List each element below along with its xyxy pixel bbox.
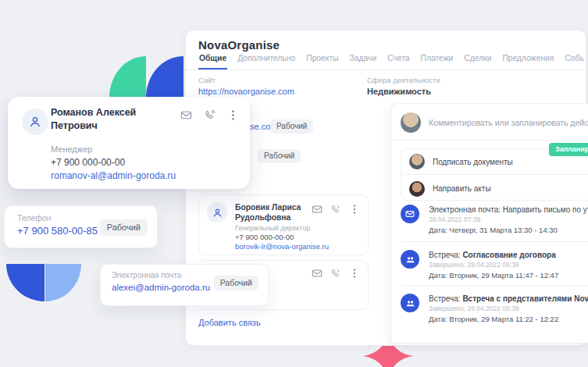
work-badge: Рабочий (258, 149, 301, 163)
site-label: Сайт (198, 76, 294, 84)
phone-label: Телефон (17, 213, 52, 223)
avatar (409, 154, 425, 169)
field-sphere: Сфера деятельности Недвижимость (367, 76, 440, 96)
person-icon (29, 116, 41, 128)
timeline-meta: Завершено: 29.04.2022 05:39 (429, 261, 519, 269)
person-phone: +7 900 000-00-00 (51, 157, 125, 168)
contact-card-borovik[interactable]: Боровик Лариса Рудольфовна Генеральный д… (198, 194, 369, 255)
sphere-value: Недвижимость (367, 87, 440, 96)
email-value-link[interactable]: alexei@admin-goroda.ru (112, 283, 210, 292)
tab-zadachi[interactable]: Задачи (349, 54, 378, 69)
email-field-card: Электронная почта alexei@admin-goroda.ru… (100, 264, 269, 306)
contact-role: Генеральный директор (235, 224, 311, 232)
tab-scheta[interactable]: Счета (387, 54, 410, 69)
contact-actions (311, 203, 360, 215)
avatar (207, 202, 227, 223)
field-site: Сайт https://novaorganise.com (198, 76, 294, 96)
tab-dopolnitelno[interactable]: Дополнительно (237, 54, 296, 69)
person-card: Романов Алексей Петрович Менеджер +7 900… (8, 97, 250, 189)
timeline-date: Дата: Четверг, 31 Марта 13:30 - 14:30 (429, 226, 558, 234)
person-name: Романов Алексей Петрович (51, 106, 176, 133)
contact-name: Боровик Лариса Рудольфовна (235, 202, 313, 223)
avatar (409, 181, 425, 197)
phone-icon[interactable] (330, 203, 341, 215)
person-actions (180, 109, 239, 121)
darkblue-quarter-shape (6, 264, 45, 301)
work-badge: Рабочий (100, 219, 148, 236)
timeline-date: Дата: Вторник, 29 Марта 11:47 - 12:47 (429, 271, 558, 280)
timeline-title: Встреча: Согласование договора (429, 251, 556, 259)
scheduled-badge: Запланировано (549, 143, 588, 156)
divider (401, 285, 588, 286)
person-email-link[interactable]: romanov-al@admin-goroda.ru (51, 170, 176, 181)
person-icon (212, 208, 223, 218)
scheduled-tasks-box: Подписать документы Направить акты (401, 148, 588, 201)
timeline-meta: 29.04.2022 07:39 (429, 216, 480, 223)
task-label: Направить акты (433, 184, 491, 193)
tab-sdelki[interactable]: Сделки (463, 54, 492, 69)
tab-predlozheniya[interactable]: Предложения (501, 54, 554, 69)
sphere-label: Сфера деятельности (367, 76, 440, 84)
email-label: Электронная почта (112, 271, 181, 280)
phone-icon[interactable] (330, 267, 341, 279)
tab-bar: Общие Дополнительно Проекты Задачи Счета… (198, 54, 584, 69)
site-link[interactable]: https://novaorganise.com (198, 87, 294, 96)
kebab-menu-icon[interactable] (348, 267, 360, 279)
task-send-acts[interactable]: Направить акты (401, 176, 588, 201)
work-badge: Рабочий (214, 276, 258, 290)
mail-icon[interactable] (180, 109, 192, 121)
meeting-circle-icon (401, 294, 419, 312)
meeting-circle-icon (401, 250, 419, 269)
tab-obshchie[interactable]: Общие (198, 54, 227, 69)
timeline-title: Электронная почта: Направить письмо по у… (429, 205, 588, 214)
teal-quarter-shape (109, 56, 146, 98)
person-role: Менеджер (51, 144, 92, 154)
mail-icon[interactable] (311, 267, 323, 279)
blue-quarter-shape (146, 56, 184, 98)
timeline-meta: Завершено: 29.04.2022 05:39 (429, 305, 519, 312)
timeline-title: Встреча: Встреча с представителями NovaO… (429, 294, 588, 303)
tab-proekty[interactable]: Проекты (305, 54, 339, 69)
phone-value-link[interactable]: +7 900 580-00-85 (17, 225, 98, 237)
mail-circle-icon (401, 205, 419, 223)
contact-phone: +7 900 000-00-00 (235, 233, 294, 241)
timeline-date: Дата: Вторник, 29 Марта 11:22 - 12:22 (429, 315, 558, 323)
add-relation-link[interactable]: Добавить связь (198, 318, 261, 327)
contact-actions (311, 267, 360, 279)
avatar (22, 109, 48, 135)
composer-placeholder: Комментировать или запланировать действи… (429, 118, 588, 127)
work-badge: Рабочий (270, 119, 313, 134)
phone-field-card: Телефон +7 900 580-00-85 Рабочий (4, 205, 158, 248)
task-label: Подписать документы (433, 158, 513, 166)
comment-composer[interactable]: Комментировать или запланировать действи… (401, 112, 588, 133)
window-title: NovaOrganise (198, 38, 280, 52)
tab-platezhi[interactable]: Платежи (420, 54, 454, 69)
avatar (401, 112, 421, 133)
activity-panel: Комментировать или запланировать действи… (390, 103, 588, 344)
tab-sobytiya[interactable]: События (564, 54, 584, 69)
tabs-divider (186, 69, 586, 70)
divider (391, 140, 588, 141)
lightblue-quarter-shape (45, 264, 81, 301)
kebab-menu-icon[interactable] (348, 203, 360, 215)
mail-icon[interactable] (311, 203, 323, 215)
kebab-menu-icon[interactable] (227, 109, 239, 121)
divider (401, 241, 588, 242)
phone-icon[interactable] (204, 109, 216, 121)
contact-email-link[interactable]: borovik-lr@nova-organise.ru (235, 242, 329, 251)
